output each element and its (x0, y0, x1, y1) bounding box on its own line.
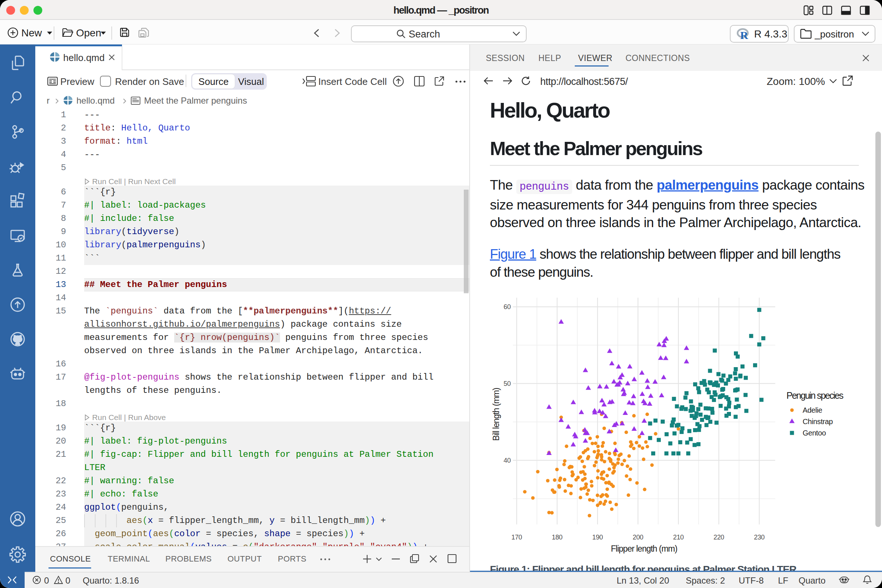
svg-text:Gentoo: Gentoo (802, 429, 826, 437)
svg-text:200: 200 (633, 534, 643, 541)
svg-text:50: 50 (504, 380, 511, 387)
svg-text:170: 170 (511, 534, 522, 541)
svg-text:Adelie: Adelie (802, 406, 822, 414)
svg-text:Penguin species: Penguin species (786, 390, 843, 400)
svg-text:190: 190 (592, 534, 603, 541)
svg-text:40: 40 (504, 457, 511, 464)
svg-text:230: 230 (754, 534, 764, 541)
svg-text:Flipper length (mm): Flipper length (mm) (611, 544, 677, 554)
svg-text:180: 180 (552, 534, 562, 541)
svg-text:Chinstrap: Chinstrap (802, 417, 833, 426)
svg-text:60: 60 (504, 303, 511, 310)
svg-text:Bill length (mm): Bill length (mm) (491, 388, 501, 441)
svg-text:210: 210 (673, 534, 684, 541)
svg-text:R: R (740, 29, 748, 40)
svg-text:220: 220 (713, 534, 724, 541)
